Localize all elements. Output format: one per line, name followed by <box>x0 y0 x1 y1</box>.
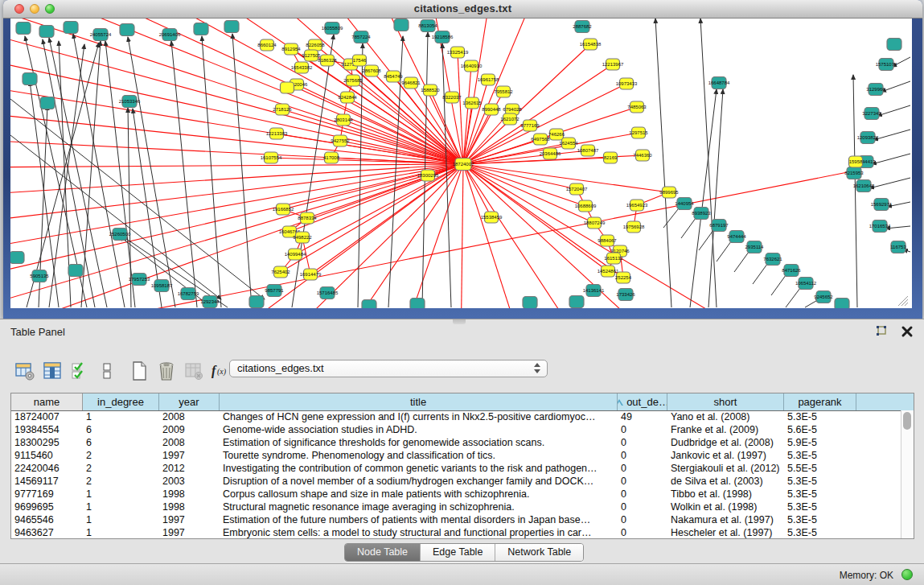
new-table-icon[interactable] <box>127 359 151 383</box>
table-cell[interactable]: 2012 <box>159 462 220 475</box>
table-cell[interactable]: Jankovic et al. (1997) <box>667 449 784 462</box>
table-cell[interactable]: Tibbo et al. (1998) <box>667 488 784 501</box>
node-attribute-table[interactable]: namein_degreeyeartitleout_de…shortpagera… <box>10 393 914 539</box>
column-header-name[interactable]: name <box>11 393 83 410</box>
table-row[interactable]: 2242004622012Investigating the contribut… <box>11 462 901 475</box>
table-cell[interactable]: 5.3E-5 <box>784 410 856 423</box>
table-cell[interactable]: 2 <box>83 475 159 488</box>
table-cell[interactable]: 2008 <box>159 410 220 423</box>
table-cell[interactable]: 5.3E-5 <box>784 475 856 488</box>
table-cell[interactable]: 0 <box>618 488 667 501</box>
table-selector-dropdown[interactable]: citations_edges.txt <box>229 360 548 377</box>
table-cell[interactable]: 5.3E-5 <box>784 449 856 462</box>
table-row[interactable]: 969969511998Structural magnetic resonanc… <box>11 501 901 513</box>
table-cell[interactable]: 6 <box>83 436 159 449</box>
table-cell[interactable]: 5.9E-5 <box>784 436 856 449</box>
table-cell[interactable]: Embryonic stem cells: a model to study s… <box>220 526 618 538</box>
table-cell[interactable]: Nakamura et al. (1997) <box>667 513 784 526</box>
float-window-icon[interactable] <box>874 324 889 339</box>
table-cell[interactable]: 1 <box>83 488 159 501</box>
table-cell[interactable]: Stergiakouli et al. (2012) <box>667 462 784 475</box>
table-cell[interactable]: 1 <box>83 501 159 513</box>
scrollbar-thumb[interactable] <box>903 412 911 430</box>
table-cell[interactable]: 5.3E-5 <box>784 488 856 501</box>
table-options-icon[interactable] <box>13 359 37 383</box>
close-icon[interactable] <box>900 324 914 339</box>
table-cell[interactable]: Disruption of a novel member of a sodium… <box>220 475 618 488</box>
table-cell[interactable]: 0 <box>618 436 667 449</box>
table-cell[interactable]: Hescheler et al. (1997) <box>667 526 784 538</box>
table-row[interactable]: 946362711997Embryonic stem cells: a mode… <box>11 526 901 538</box>
table-cell[interactable]: 9699695 <box>11 501 83 513</box>
column-header-short[interactable]: short <box>667 393 784 410</box>
table-cell[interactable]: Estimation of significance thresholds fo… <box>220 436 618 449</box>
table-cell[interactable]: 0 <box>618 501 667 513</box>
table-cell[interactable]: 9777169 <box>11 488 83 501</box>
table-cell[interactable]: 5.6E-5 <box>784 423 856 436</box>
table-cell[interactable]: 1 <box>83 526 159 538</box>
table-row[interactable]: 1456911722003Disruption of a novel membe… <box>11 475 901 488</box>
table-cell[interactable]: 2003 <box>159 475 220 488</box>
column-header-year[interactable]: year <box>159 393 220 410</box>
table-cell[interactable]: 18300295 <box>11 436 83 449</box>
table-cell[interactable]: 0 <box>618 513 667 526</box>
table-cell[interactable]: 0 <box>618 449 667 462</box>
table-cell[interactable]: 0 <box>618 423 667 436</box>
tab-node-table[interactable]: Node Table <box>345 544 421 561</box>
table-cell[interactable]: 9465546 <box>11 513 83 526</box>
table-cell[interactable]: 0 <box>618 526 667 538</box>
table-cell[interactable]: 5.3E-5 <box>784 526 856 538</box>
table-row[interactable]: 1872400712008Changes of HCN gene express… <box>11 410 901 423</box>
table-cell[interactable]: 22420046 <box>11 462 83 475</box>
table-cell[interactable]: 5.3E-5 <box>784 501 856 513</box>
table-cell[interactable]: 2009 <box>159 423 220 436</box>
table-cell[interactable]: 19384554 <box>11 423 83 436</box>
tab-edge-table[interactable]: Edge Table <box>421 544 495 561</box>
table-cell[interactable]: 1997 <box>159 526 220 538</box>
table-cell[interactable]: Yano et al. (2008) <box>667 410 784 423</box>
column-header-pagerank[interactable]: pagerank <box>784 393 856 410</box>
table-cell[interactable]: 49 <box>618 410 667 423</box>
table-cell[interactable]: 6 <box>83 423 159 436</box>
vertical-scrollbar[interactable] <box>901 410 914 538</box>
column-header-in-degree[interactable]: in_degree <box>83 393 159 410</box>
table-cell[interactable]: 1997 <box>159 513 220 526</box>
table-cell[interactable]: 2 <box>83 462 159 475</box>
table-row[interactable]: 1830029562008Estimation of significance … <box>11 436 901 449</box>
table-cell[interactable]: 9463627 <box>11 526 83 538</box>
table-cell[interactable]: 1 <box>83 513 159 526</box>
table-cell[interactable]: 9115460 <box>11 449 83 462</box>
network-canvas[interactable]: 2405572420691406160558097857224881305419… <box>10 19 912 308</box>
table-cell[interactable]: Changes of HCN gene expression and I(f) … <box>220 410 618 423</box>
table-cell[interactable]: 1 <box>83 410 159 423</box>
delete-table-icon[interactable] <box>154 359 179 383</box>
table-row[interactable]: 911546021997Tourette syndrome. Phenomeno… <box>11 449 901 462</box>
table-cell[interactable]: 14569117 <box>11 475 83 488</box>
table-cell[interactable]: Corpus callosum shape and size in male p… <box>220 488 618 501</box>
table-cell[interactable]: 2008 <box>159 436 220 449</box>
table-cell[interactable]: 18724007 <box>11 410 83 423</box>
table-cell[interactable]: 5.5E-5 <box>784 462 856 475</box>
table-cell[interactable]: 1998 <box>159 488 220 501</box>
table-cell[interactable]: Investigating the contribution of common… <box>220 462 618 475</box>
row-height-icon[interactable] <box>95 359 119 383</box>
table-cell[interactable]: Tourette syndrome. Phenomenology and cla… <box>220 449 618 462</box>
memory-status-indicator[interactable] <box>901 569 913 580</box>
table-cell[interactable]: Dudbridge et al. (2008) <box>667 436 784 449</box>
table-cell[interactable]: 5.3E-5 <box>784 513 856 526</box>
column-header-out-de-[interactable]: out_de… <box>618 393 667 410</box>
network-window-titlebar[interactable]: citations_edges.txt <box>3 0 922 19</box>
table-row[interactable]: 977716911998Corpus callosum shape and si… <box>11 488 901 501</box>
table-cell[interactable]: de Silva et al. (2003) <box>667 475 784 488</box>
column-header-title[interactable]: title <box>220 393 618 410</box>
table-cell[interactable]: 0 <box>618 462 667 475</box>
table-cell[interactable]: 0 <box>618 475 667 488</box>
table-cell[interactable]: 1998 <box>159 501 220 513</box>
table-row[interactable]: 946554611997Estimation of the future num… <box>11 513 901 526</box>
select-rows-icon[interactable] <box>68 359 92 383</box>
table-cell[interactable]: 2 <box>83 449 159 462</box>
table-cell[interactable]: Estimation of the future numbers of pati… <box>220 513 618 526</box>
tab-network-table[interactable]: Network Table <box>495 544 583 561</box>
table-cell[interactable]: Structural magnetic resonance image aver… <box>220 501 618 513</box>
table-cell[interactable]: Genome-wide association studies in ADHD. <box>220 423 618 436</box>
